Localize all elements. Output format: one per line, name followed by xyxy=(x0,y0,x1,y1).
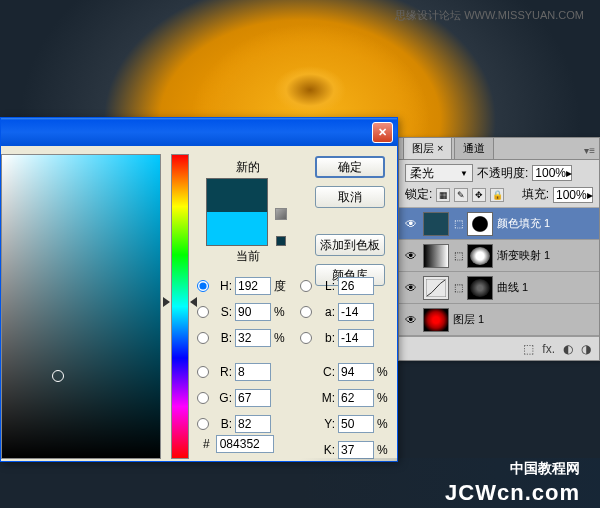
g-radio[interactable] xyxy=(197,392,209,404)
layer-name[interactable]: 曲线 1 xyxy=(497,280,595,295)
dialog-titlebar[interactable]: ✕ xyxy=(1,118,397,146)
bb-label: B: xyxy=(212,417,232,431)
a-label: a: xyxy=(315,305,335,319)
lab-b-label: b: xyxy=(315,331,335,345)
b-radio[interactable] xyxy=(197,332,209,344)
color-field-cursor[interactable] xyxy=(52,370,64,382)
color-swatch[interactable] xyxy=(206,178,268,246)
color-picker-dialog: ✕ 新的 当前 确定 取消 xyxy=(0,117,398,462)
link-icon: ⬚ xyxy=(453,218,463,229)
fill-input[interactable]: 100%▸ xyxy=(553,187,593,203)
h-radio[interactable] xyxy=(197,280,209,292)
pct-unit: % xyxy=(274,331,288,345)
layer-mask-thumb[interactable] xyxy=(467,212,493,236)
fx-icon[interactable]: fx. xyxy=(542,342,555,356)
l-radio[interactable] xyxy=(300,280,312,292)
watermark-top: 思缘设计论坛 WWW.MISSYUAN.COM xyxy=(395,8,584,23)
close-button[interactable]: ✕ xyxy=(372,122,393,143)
layer-name[interactable]: 图层 1 xyxy=(453,312,595,327)
lock-transparent-icon[interactable]: ▦ xyxy=(436,188,450,202)
web-safe-swatch[interactable] xyxy=(276,236,286,246)
layer-mask-thumb[interactable] xyxy=(467,276,493,300)
color-field[interactable] xyxy=(1,154,161,459)
panel-tabs: 图层 × 通道 ▾≡ xyxy=(399,138,599,160)
blend-mode-select[interactable]: 柔光▼ xyxy=(405,164,473,182)
l-label: L: xyxy=(315,279,335,293)
bb-input[interactable] xyxy=(235,415,271,433)
r-input[interactable] xyxy=(235,363,271,381)
web-safe-icon[interactable] xyxy=(275,208,287,220)
visibility-icon[interactable]: 👁 xyxy=(403,312,419,328)
r-label: R: xyxy=(212,365,232,379)
visibility-icon[interactable]: 👁 xyxy=(403,248,419,264)
s-radio[interactable] xyxy=(197,306,209,318)
tab-channels[interactable]: 通道 xyxy=(454,137,494,159)
c-label: C: xyxy=(315,365,335,379)
lock-move-icon[interactable]: ✥ xyxy=(472,188,486,202)
r-radio[interactable] xyxy=(197,366,209,378)
layers-footer: ⬚ fx. ◐ ◑ xyxy=(399,336,599,360)
bb-radio[interactable] xyxy=(197,418,209,430)
new-color-swatch xyxy=(207,179,267,212)
layer-thumb[interactable] xyxy=(423,212,449,236)
mask-icon[interactable]: ◐ xyxy=(563,342,573,356)
degree-unit: 度 xyxy=(274,278,288,295)
lock-all-icon[interactable]: 🔒 xyxy=(490,188,504,202)
g-input[interactable] xyxy=(235,389,271,407)
m-input[interactable] xyxy=(338,389,374,407)
layer-list: 👁 ⬚ 颜色填充 1 👁 ⬚ 渐变映射 1 👁 ⬚ 曲线 1 👁 图层 1 xyxy=(399,208,599,336)
layer-item-gradmap[interactable]: 👁 ⬚ 渐变映射 1 xyxy=(399,240,599,272)
layer-name[interactable]: 渐变映射 1 xyxy=(497,248,595,263)
hue-slider[interactable] xyxy=(171,154,189,459)
hex-input[interactable] xyxy=(216,435,274,453)
lock-paint-icon[interactable]: ✎ xyxy=(454,188,468,202)
a-input[interactable] xyxy=(338,303,374,321)
b-input[interactable] xyxy=(235,329,271,347)
lab-b-input[interactable] xyxy=(338,329,374,347)
link-icon: ⬚ xyxy=(453,282,463,293)
hue-arrow-icon xyxy=(163,297,170,307)
k-input[interactable] xyxy=(338,441,374,459)
a-radio[interactable] xyxy=(300,306,312,318)
h-label: H: xyxy=(212,279,232,293)
hue-arrow-icon xyxy=(190,297,197,307)
link-icon: ⬚ xyxy=(453,250,463,261)
y-input[interactable] xyxy=(338,415,374,433)
layer-item-colorfill[interactable]: 👁 ⬚ 颜色填充 1 xyxy=(399,208,599,240)
pct-unit: % xyxy=(274,305,288,319)
visibility-icon[interactable]: 👁 xyxy=(403,280,419,296)
opacity-input[interactable]: 100%▸ xyxy=(532,165,572,181)
g-label: G: xyxy=(212,391,232,405)
y-label: Y: xyxy=(315,417,335,431)
new-color-label: 新的 xyxy=(236,159,260,176)
layer-controls: 柔光▼ 不透明度: 100%▸ 锁定: ▦ ✎ ✥ 🔒 填充: 100%▸ xyxy=(399,160,599,208)
layer-mask-thumb[interactable] xyxy=(467,244,493,268)
layer-item-layer1[interactable]: 👁 图层 1 xyxy=(399,304,599,336)
m-label: M: xyxy=(315,391,335,405)
layer-thumb[interactable] xyxy=(423,244,449,268)
lab-b-radio[interactable] xyxy=(300,332,312,344)
ok-button[interactable]: 确定 xyxy=(315,156,385,178)
tab-layers[interactable]: 图层 × xyxy=(403,137,452,159)
add-swatch-button[interactable]: 添加到色板 xyxy=(315,234,385,256)
adjustment-icon[interactable]: ◑ xyxy=(581,342,591,356)
layer-thumb[interactable] xyxy=(423,308,449,332)
s-label: S: xyxy=(212,305,232,319)
layer-name[interactable]: 颜色填充 1 xyxy=(497,216,595,231)
s-input[interactable] xyxy=(235,303,271,321)
current-color-swatch xyxy=(207,212,267,245)
cancel-button[interactable]: 取消 xyxy=(315,186,385,208)
panel-menu-icon[interactable]: ▾≡ xyxy=(584,145,595,159)
opacity-label: 不透明度: xyxy=(477,165,528,182)
l-input[interactable] xyxy=(338,277,374,295)
c-input[interactable] xyxy=(338,363,374,381)
layer-item-curves[interactable]: 👁 ⬚ 曲线 1 xyxy=(399,272,599,304)
link-layers-icon[interactable]: ⬚ xyxy=(523,342,534,356)
h-input[interactable] xyxy=(235,277,271,295)
fill-label: 填充: xyxy=(522,186,549,203)
layer-thumb[interactable] xyxy=(423,276,449,300)
lock-label: 锁定: xyxy=(405,186,432,203)
b-label: B: xyxy=(212,331,232,345)
visibility-icon[interactable]: 👁 xyxy=(403,216,419,232)
current-color-label: 当前 xyxy=(236,248,260,265)
